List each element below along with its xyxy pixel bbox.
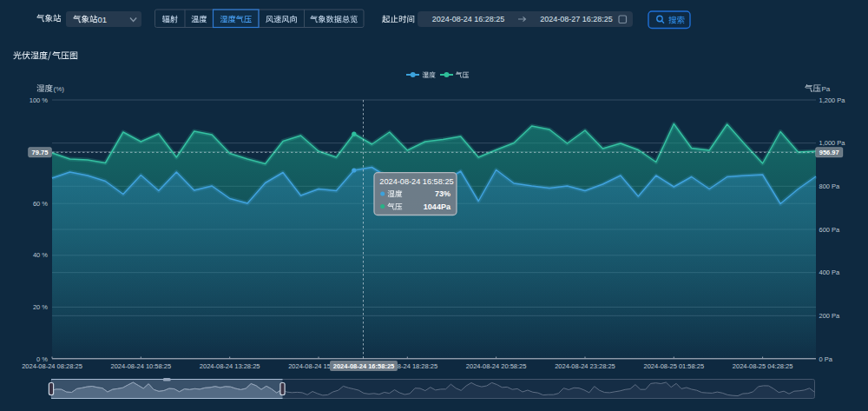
svg-text:2024-08-24 08:28:25: 2024-08-24 08:28:25 <box>22 362 82 370</box>
svg-text:400 Pa: 400 Pa <box>819 268 841 276</box>
svg-text:60 %: 60 % <box>33 200 48 208</box>
svg-text:200 Pa: 200 Pa <box>819 312 841 320</box>
svg-text:956.97: 956.97 <box>819 149 839 156</box>
svg-text:2024-08-24 16:28:25: 2024-08-24 16:28:25 <box>432 15 505 23</box>
svg-text:1,000 Pa: 1,000 Pa <box>819 139 846 147</box>
svg-text:Pa: Pa <box>822 85 831 93</box>
svg-text:2024-08-24 16:58:25: 2024-08-24 16:58:25 <box>333 362 394 370</box>
svg-text:2024-08-24 10:58:25: 2024-08-24 10:58:25 <box>111 362 172 370</box>
svg-text:(%): (%) <box>54 85 65 93</box>
svg-text:73%: 73% <box>435 189 450 198</box>
svg-text:2024-08-24 23:28:25: 2024-08-24 23:28:25 <box>555 362 615 370</box>
svg-text:79.75: 79.75 <box>32 149 49 156</box>
svg-text:2024-08-25 04:28:25: 2024-08-25 04:28:25 <box>733 362 793 370</box>
svg-text:40 %: 40 % <box>33 251 48 259</box>
svg-text:800 Pa: 800 Pa <box>819 182 841 190</box>
svg-text:2024-08-24 13:28:25: 2024-08-24 13:28:25 <box>200 362 260 370</box>
svg-text:2024-08-24 16:58:25: 2024-08-24 16:58:25 <box>379 177 453 186</box>
svg-text:600 Pa: 600 Pa <box>819 226 841 234</box>
svg-text:01: 01 <box>98 15 108 24</box>
svg-text:20 %: 20 % <box>33 303 48 311</box>
svg-text:2024-08-25 01:58:25: 2024-08-25 01:58:25 <box>643 362 704 370</box>
svg-text:1044Pa: 1044Pa <box>424 202 451 211</box>
svg-text:0 Pa: 0 Pa <box>819 355 833 363</box>
svg-text:2024-08-27 16:28:25: 2024-08-27 16:28:25 <box>540 15 613 23</box>
svg-text:100 %: 100 % <box>30 96 49 104</box>
svg-text:2024-08-24 20:58:25: 2024-08-24 20:58:25 <box>466 362 527 370</box>
svg-text:1,200 Pa: 1,200 Pa <box>819 96 846 104</box>
